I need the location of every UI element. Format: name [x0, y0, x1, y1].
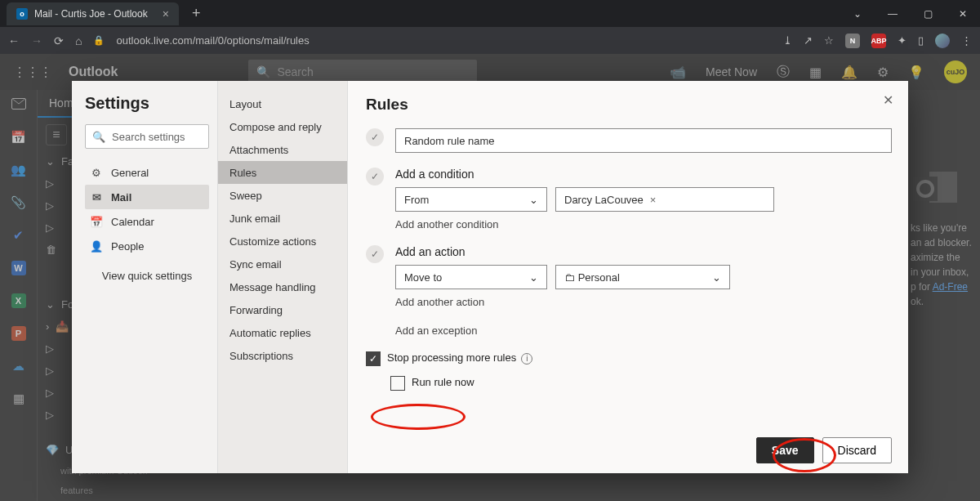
chevron-down-icon: ⌄ [529, 271, 538, 284]
category-mail[interactable]: ✉Mail [85, 185, 209, 209]
step-check-icon: ✓ [366, 128, 384, 146]
sub-junk[interactable]: Junk email [218, 207, 347, 230]
action-dropdown[interactable]: Move to⌄ [395, 265, 547, 289]
share-icon[interactable]: ↗ [804, 34, 813, 47]
condition-dropdown[interactable]: From⌄ [395, 187, 547, 212]
condition-value: From [404, 194, 429, 206]
sub-attachments[interactable]: Attachments [218, 138, 347, 161]
sub-sync[interactable]: Sync email [218, 253, 347, 275]
view-quick-settings-link[interactable]: View quick settings [85, 270, 209, 282]
category-general[interactable]: ⚙General [85, 160, 209, 185]
nav-home-icon[interactable]: ⌂ [75, 34, 82, 47]
rules-editor: ✕ Rules ✓ Random rule name ✓ Add a condi… [348, 81, 908, 473]
extensions-icon[interactable]: ✦ [898, 34, 906, 47]
sub-subs[interactable]: Subscriptions [218, 344, 347, 367]
address-url[interactable]: outlook.live.com/mail/0/options/mail/rul… [116, 34, 309, 47]
adblock-icon[interactable]: ABP [871, 34, 886, 48]
new-tab-button[interactable]: + [187, 5, 206, 22]
tab-close-icon[interactable]: × [163, 7, 169, 20]
info-icon[interactable]: i [521, 353, 532, 365]
people-icon: 👤 [90, 240, 103, 253]
category-people[interactable]: 👤People [85, 234, 209, 258]
sub-compose[interactable]: Compose and reply [218, 115, 347, 138]
add-another-condition-link[interactable]: Add another condition [395, 218, 892, 230]
close-panel-icon[interactable]: ✕ [883, 92, 893, 108]
step-check-icon: ✓ [366, 168, 384, 186]
window-buttons: ⌄ — ▢ ✕ [849, 5, 972, 23]
sub-rules[interactable]: Rules [218, 161, 347, 184]
gear-icon: ⚙ [90, 167, 103, 179]
tab-title: Mail - Curtis Joe - Outlook [34, 8, 148, 20]
category-calendar[interactable]: 📅Calendar [85, 209, 209, 234]
lock-icon[interactable]: 🔒 [93, 35, 105, 46]
action-folder-dropdown[interactable]: 🗀 Personal⌄ [555, 265, 730, 289]
sub-forward[interactable]: Forwarding [218, 298, 347, 321]
chevron-down-icon: ⌄ [712, 271, 721, 284]
discard-label: Discard [838, 444, 876, 457]
discard-button[interactable]: Discard [822, 437, 892, 463]
calendar-icon: 📅 [90, 216, 103, 228]
category-label: People [111, 240, 144, 253]
settings-subcategories: Layout Compose and reply Attachments Rul… [217, 81, 348, 473]
extension-icon[interactable]: N [845, 34, 860, 48]
maximize-icon[interactable]: ▢ [919, 5, 938, 23]
close-icon[interactable]: ✕ [954, 5, 972, 23]
browser-tab[interactable]: o Mail - Curtis Joe - Outlook × [7, 2, 179, 25]
sub-customize[interactable]: Customize actions [218, 230, 347, 253]
category-label: General [111, 167, 149, 179]
rule-name-input[interactable]: Random rule name [395, 128, 892, 153]
nav-reload-icon[interactable]: ⟳ [54, 34, 64, 47]
category-label: Calendar [111, 216, 154, 228]
rule-name-value: Random rule name [404, 135, 495, 147]
panel-icon[interactable]: ▯ [918, 34, 924, 47]
search-icon: 🔍 [92, 131, 105, 143]
category-label: Mail [111, 191, 131, 204]
save-button[interactable]: Save [756, 437, 814, 463]
rules-title: Rules [366, 96, 892, 114]
settings-categories: Settings 🔍 Search settings ⚙General ✉Mai… [72, 81, 217, 473]
sub-sweep[interactable]: Sweep [218, 184, 347, 207]
chip-label: Darcy LaCouvee [564, 194, 644, 206]
sub-layout[interactable]: Layout [218, 92, 347, 115]
profile-avatar-icon[interactable] [935, 34, 950, 48]
folder-value: Personal [578, 271, 620, 284]
chevron-down-icon: ⌄ [529, 194, 538, 206]
settings-search-placeholder: Search settings [112, 131, 185, 143]
remove-chip-icon[interactable]: × [650, 194, 657, 206]
mail-icon: ✉ [90, 191, 103, 204]
bookmark-icon[interactable]: ☆ [824, 34, 834, 47]
sub-message[interactable]: Message handling [218, 275, 347, 298]
chevron-down-icon[interactable]: ⌄ [849, 5, 866, 23]
nav-forward-icon[interactable]: → [31, 34, 42, 47]
action-value: Move to [404, 271, 442, 284]
stop-processing-label: Stop processing more rules [387, 351, 516, 364]
tab-favicon: o [16, 8, 28, 20]
kebab-menu-icon[interactable]: ⋮ [961, 34, 972, 47]
stop-processing-checkbox[interactable]: ✓ [366, 351, 381, 366]
save-label: Save [772, 444, 799, 457]
add-condition-label: Add a condition [395, 168, 892, 181]
sub-auto[interactable]: Automatic replies [218, 321, 347, 344]
install-app-icon[interactable]: ⤓ [783, 34, 792, 47]
run-rule-now-label: Run rule now [412, 376, 474, 388]
settings-panel: Settings 🔍 Search settings ⚙General ✉Mai… [72, 81, 908, 473]
add-action-label: Add an action [395, 245, 892, 258]
minimize-icon[interactable]: — [883, 5, 902, 23]
add-exception-link[interactable]: Add an exception [395, 324, 892, 337]
step-check-icon: ✓ [366, 245, 384, 263]
add-another-action-link[interactable]: Add another action [395, 296, 892, 308]
settings-title: Settings [85, 94, 209, 113]
condition-person-chip[interactable]: Darcy LaCouvee× [555, 187, 774, 212]
nav-back-icon[interactable]: ← [8, 34, 20, 47]
folder-icon: 🗀 [564, 271, 575, 284]
browser-address-bar: ← → ⟳ ⌂ 🔒 outlook.live.com/mail/0/option… [0, 27, 980, 54]
settings-search-input[interactable]: 🔍 Search settings [85, 124, 209, 149]
browser-titlebar: o Mail - Curtis Joe - Outlook × + ⌄ — ▢ … [0, 0, 980, 27]
run-rule-now-checkbox[interactable] [390, 376, 405, 391]
